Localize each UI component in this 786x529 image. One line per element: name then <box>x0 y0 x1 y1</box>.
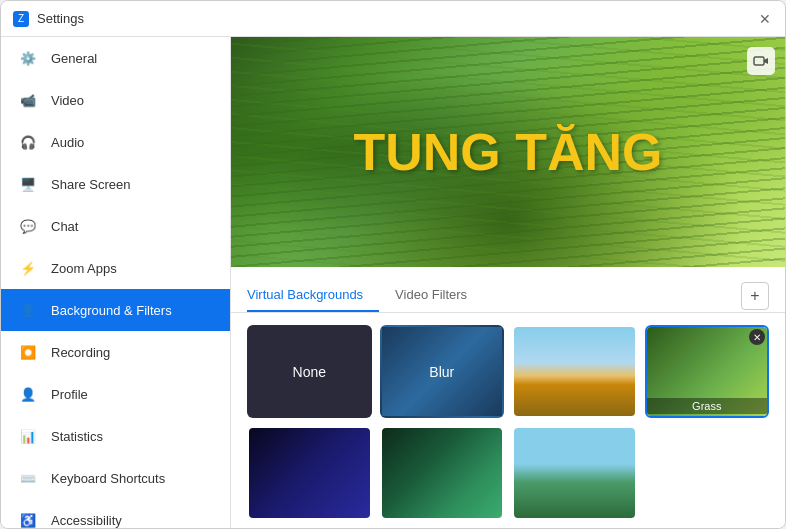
settings-window: Z Settings ✕ ⚙️ General 📹 Video 🎧 Audio <box>0 0 786 529</box>
sidebar-label-general: General <box>51 51 97 66</box>
sidebar-item-general[interactable]: ⚙️ General <box>1 37 230 79</box>
delete-background-button[interactable]: ✕ <box>749 329 765 345</box>
sidebar-item-statistics[interactable]: 📊 Statistics <box>1 415 230 457</box>
thumbnail-bridge[interactable] <box>512 325 637 418</box>
sidebar-label-recording: Recording <box>51 345 110 360</box>
sidebar-item-chat[interactable]: 💬 Chat <box>1 205 230 247</box>
preview-area: TUNG TĂNG <box>231 37 785 267</box>
video-icon: 📹 <box>17 89 39 111</box>
share-screen-icon: 🖥️ <box>17 173 39 195</box>
sidebar-label-background: Background & Filters <box>51 303 172 318</box>
sidebar-item-recording[interactable]: ⏺️ Recording <box>1 331 230 373</box>
thumbnail-blur[interactable]: Blur <box>380 325 505 418</box>
thumbnail-beach[interactable] <box>512 426 637 519</box>
preview-background: TUNG TĂNG <box>231 37 785 267</box>
sidebar-label-keyboard: Keyboard Shortcuts <box>51 471 165 486</box>
bridge-image <box>514 327 635 416</box>
sidebar-label-zoom-apps: Zoom Apps <box>51 261 117 276</box>
sidebar-item-audio[interactable]: 🎧 Audio <box>1 121 230 163</box>
tab-list: Virtual Backgrounds Video Filters <box>247 279 499 312</box>
sidebar-label-audio: Audio <box>51 135 84 150</box>
sidebar-label-profile: Profile <box>51 387 88 402</box>
statistics-icon: 📊 <box>17 425 39 447</box>
grass-label: Grass <box>647 398 768 414</box>
sidebar-item-profile[interactable]: 👤 Profile <box>1 373 230 415</box>
blur-label: Blur <box>429 364 454 380</box>
sidebar-label-share-screen: Share Screen <box>51 177 131 192</box>
window-title: Settings <box>37 11 84 26</box>
tab-video-filters[interactable]: Video Filters <box>395 279 483 312</box>
thumbnail-none[interactable]: None <box>247 325 372 418</box>
main-content: TUNG TĂNG Virtual Backgrounds Video Filt… <box>231 37 785 528</box>
keyboard-icon: ⌨️ <box>17 467 39 489</box>
beach-image <box>514 428 635 517</box>
sidebar-label-video: Video <box>51 93 84 108</box>
space-image <box>249 428 370 517</box>
tab-virtual-backgrounds[interactable]: Virtual Backgrounds <box>247 279 379 312</box>
sidebar-label-chat: Chat <box>51 219 78 234</box>
zoom-apps-icon: ⚡ <box>17 257 39 279</box>
none-label: None <box>293 364 326 380</box>
tabs-area: Virtual Backgrounds Video Filters + <box>231 267 785 313</box>
close-button[interactable]: ✕ <box>757 11 773 27</box>
general-icon: ⚙️ <box>17 47 39 69</box>
accessibility-icon: ♿ <box>17 509 39 528</box>
thumbnails-grid: None Blur ✕ Grass ➡ <box>231 313 785 528</box>
thumbnail-space[interactable] <box>247 426 372 519</box>
sidebar: ⚙️ General 📹 Video 🎧 Audio 🖥️ Share Scre… <box>1 37 231 528</box>
sidebar-label-statistics: Statistics <box>51 429 103 444</box>
sidebar-item-keyboard-shortcuts[interactable]: ⌨️ Keyboard Shortcuts <box>1 457 230 499</box>
thumbnail-grass[interactable]: ✕ Grass ➡ <box>645 325 770 418</box>
thumbnail-aurora[interactable] <box>380 426 505 519</box>
background-icon: 👤 <box>17 299 39 321</box>
sidebar-item-video[interactable]: 📹 Video <box>1 79 230 121</box>
camera-toggle-button[interactable] <box>747 47 775 75</box>
chat-icon: 💬 <box>17 215 39 237</box>
sidebar-item-accessibility[interactable]: ♿ Accessibility <box>1 499 230 528</box>
preview-name-text: TUNG TĂNG <box>353 122 662 182</box>
titlebar-left: Z Settings <box>13 11 84 27</box>
recording-icon: ⏺️ <box>17 341 39 363</box>
sidebar-item-background-filters[interactable]: 👤 Background & Filters <box>1 289 230 331</box>
sidebar-item-share-screen[interactable]: 🖥️ Share Screen <box>1 163 230 205</box>
audio-icon: 🎧 <box>17 131 39 153</box>
profile-icon: 👤 <box>17 383 39 405</box>
sidebar-item-zoom-apps[interactable]: ⚡ Zoom Apps <box>1 247 230 289</box>
app-icon: Z <box>13 11 29 27</box>
add-background-button[interactable]: + <box>741 282 769 310</box>
sidebar-label-accessibility: Accessibility <box>51 513 122 528</box>
svg-rect-0 <box>754 57 764 65</box>
content-area: ⚙️ General 📹 Video 🎧 Audio 🖥️ Share Scre… <box>1 37 785 528</box>
titlebar: Z Settings ✕ <box>1 1 785 37</box>
aurora-image <box>382 428 503 517</box>
